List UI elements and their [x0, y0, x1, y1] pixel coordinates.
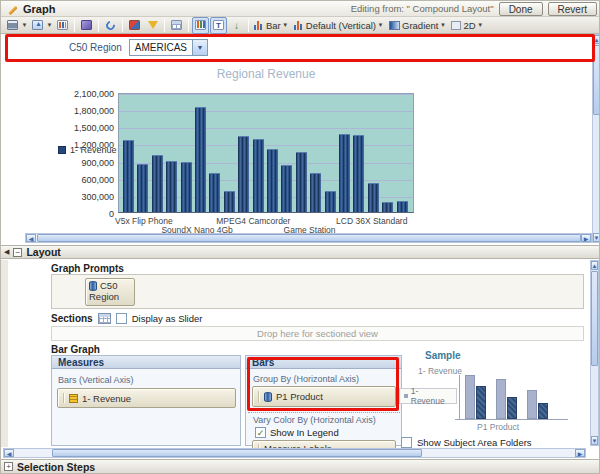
- bar: [382, 202, 393, 212]
- y-tick-label: 0: [54, 209, 114, 219]
- toolbar-separator: [164, 19, 165, 32]
- dropdown-gradient[interactable]: Gradient▼: [387, 18, 448, 33]
- scroll-up-icon[interactable]: ▲: [591, 261, 598, 270]
- sample-bar: [496, 379, 506, 419]
- gridline: [119, 128, 413, 129]
- measure-pill-revenue[interactable]: 1- Revenue: [57, 388, 236, 408]
- splitter-collapse-icon[interactable]: ◀: [4, 248, 9, 256]
- measures-axis-label: Bars (Vertical Axis): [58, 375, 134, 385]
- graph-properties-icon[interactable]: [192, 17, 209, 34]
- sample-series-label: 1- Revenue: [418, 366, 462, 376]
- scroll-left-icon[interactable]: ◀: [26, 234, 36, 242]
- print-icon[interactable]: [4, 18, 21, 33]
- sample-legend: 1- Revenue: [399, 388, 457, 404]
- dropdown-label: 2D: [463, 20, 475, 31]
- scroll-down-icon[interactable]: ▼: [591, 436, 598, 445]
- y-tick-label: 900,000: [54, 158, 114, 168]
- sample-x-label: P1 Product: [477, 422, 519, 432]
- prompt-pill-c50-region[interactable]: C50 Region: [85, 278, 135, 306]
- show-in-legend-checkbox[interactable]: ✓: [255, 427, 266, 438]
- bar: [267, 149, 278, 212]
- dropdown-bar[interactable]: Bar▼: [252, 18, 291, 33]
- dropdown-label: Default (Vertical): [306, 20, 376, 31]
- chart-h-scrollbar[interactable]: ◀ ▶: [25, 233, 592, 243]
- expand-icon[interactable]: +: [4, 462, 13, 471]
- display-as-slider-label: Display as Slider: [132, 313, 203, 324]
- y-tick-label: 1,200,000: [54, 140, 114, 150]
- collapse-icon[interactable]: −: [13, 248, 22, 257]
- sample-bar: [527, 390, 537, 419]
- bar: [296, 152, 307, 212]
- scroll-right-icon[interactable]: ▶: [575, 449, 585, 457]
- prompts-icon[interactable]: [78, 18, 95, 33]
- sort-icon[interactable]: [228, 18, 245, 33]
- selection-steps-header[interactable]: + Selection Steps: [1, 459, 600, 474]
- pill-grip: [258, 391, 260, 402]
- chevron-down-icon[interactable]: ▼: [192, 40, 207, 55]
- chart-v-scroll-thumb[interactable]: [593, 45, 600, 115]
- save-image-icon[interactable]: [54, 18, 71, 33]
- sample-legend-label: 1- Revenue: [411, 386, 452, 406]
- vary-color-label: Vary Color By (Horizontal Axis): [253, 415, 376, 425]
- measure-column-icon: [69, 394, 78, 403]
- bar: [397, 201, 408, 212]
- scroll-left-icon[interactable]: ◀: [4, 449, 14, 457]
- bar: [209, 173, 220, 212]
- done-button[interactable]: Done: [499, 2, 543, 16]
- layout-pane: Graph Prompts C50 Region Sections Displa…: [1, 260, 600, 447]
- bar: [353, 135, 364, 212]
- group-by-pill-product[interactable]: P1 Product: [252, 386, 396, 407]
- gridline: [119, 145, 413, 146]
- sections-dropzone[interactable]: Drop here for sectioned view: [51, 326, 584, 341]
- chart-h-scroll-thumb[interactable]: [37, 234, 581, 242]
- scroll-right-icon[interactable]: ▶: [581, 234, 591, 242]
- bar: [166, 161, 177, 212]
- toolbar-separator: [122, 19, 123, 32]
- edit-pencil-icon: [7, 3, 19, 15]
- sample-bar: [507, 397, 517, 419]
- table-view-icon[interactable]: [168, 18, 185, 33]
- dropdown-2d[interactable]: 2D▼: [449, 18, 485, 33]
- style-icon[interactable]: [126, 18, 143, 33]
- chevron-down-icon[interactable]: ▼: [21, 22, 28, 28]
- measures-panel: Measures Bars (Vertical Axis) 1- Revenue: [51, 355, 241, 446]
- titles-icon[interactable]: [210, 17, 227, 34]
- dropdown-label: Gradient: [402, 20, 438, 31]
- chart-title: Regional Revenue: [116, 67, 416, 81]
- dropdown-default-vertical-[interactable]: Default (Vertical)▼: [292, 18, 386, 33]
- prompt-label: C50 Region: [69, 42, 122, 53]
- show-subject-area-checkbox[interactable]: [401, 437, 412, 448]
- toolbar-separator: [248, 19, 249, 32]
- funnel-icon[interactable]: [144, 18, 161, 33]
- chart-plot-area: [118, 93, 414, 213]
- bar-chart-icon: [294, 20, 304, 30]
- layout-section-header[interactable]: ◀ − Layout: [1, 245, 600, 259]
- refresh-icon[interactable]: [102, 18, 119, 33]
- chevron-down-icon[interactable]: ▼: [46, 22, 53, 28]
- bar: [123, 140, 134, 212]
- export-icon[interactable]: [29, 18, 46, 33]
- bar: [181, 162, 192, 212]
- layout-v-scroll-thumb[interactable]: [591, 271, 598, 366]
- scroll-up-icon[interactable]: ▲: [593, 35, 600, 44]
- bar-graph-label: Bar Graph: [51, 344, 100, 355]
- layout-v-scrollbar[interactable]: ▲ ▼: [590, 260, 599, 446]
- show-subject-area-label: Show Subject Area Folders: [417, 437, 532, 448]
- sections-grid-icon[interactable]: [98, 313, 111, 324]
- display-as-slider-checkbox[interactable]: [116, 313, 127, 324]
- layout-h-scrollbar[interactable]: ◀ ▶: [3, 448, 586, 458]
- region-select[interactable]: AMERICAS ▼: [129, 39, 208, 56]
- bar: [368, 183, 379, 212]
- sample-title: Sample: [425, 350, 461, 361]
- y-tick-label: 600,000: [54, 175, 114, 185]
- layout-h-scroll-thumb[interactable]: [52, 449, 422, 457]
- chart-v-scrollbar[interactable]: ▲ ▼: [592, 34, 600, 243]
- bar-chart-icon: [254, 20, 264, 30]
- bar: [137, 164, 148, 212]
- bar: [339, 134, 350, 212]
- revert-button[interactable]: Revert: [548, 2, 597, 16]
- scroll-down-icon[interactable]: ▼: [593, 233, 600, 242]
- graph-prompts-dropzone[interactable]: C50 Region: [51, 274, 584, 309]
- sample-bar: [465, 375, 475, 419]
- bar: [238, 136, 249, 212]
